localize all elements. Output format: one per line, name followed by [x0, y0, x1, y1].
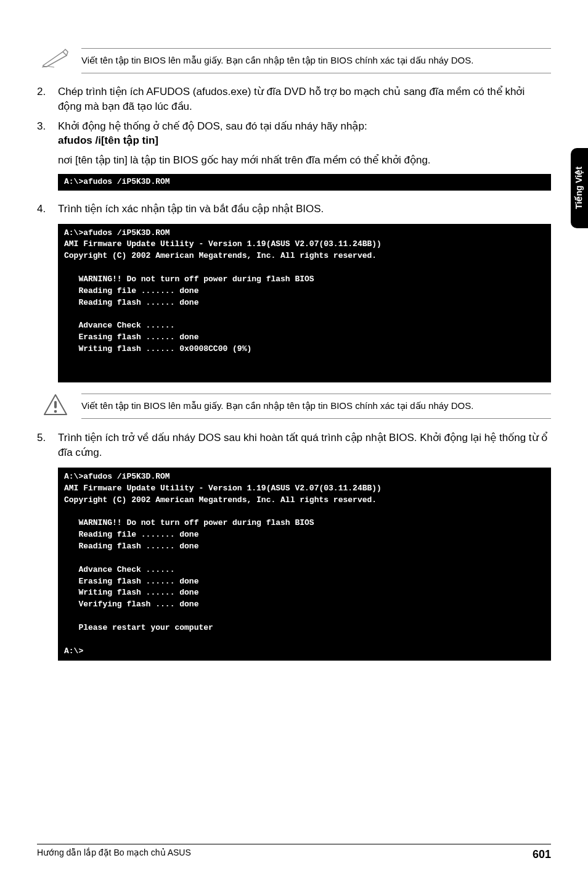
step-5-number: 5.: [37, 431, 58, 460]
warning-icon: [37, 394, 74, 420]
svg-rect-0: [54, 401, 57, 408]
step-4-number: 4.: [37, 202, 58, 217]
svg-point-1: [54, 410, 57, 413]
note-1: Viết tên tập tin BIOS lên mẫu giấy. Bạn …: [37, 48, 551, 73]
page-footer: Hướng dẫn lắp đặt Bo mạch chủ ASUS 601: [37, 844, 551, 862]
note-2: Viết tên tập tin BIOS lên mẫu giấy. Bạn …: [37, 394, 551, 420]
step-3-command: afudos /i[tên tập tin]: [58, 134, 158, 146]
step-2-number: 2.: [37, 85, 58, 114]
pencil-icon: [37, 48, 74, 72]
step-2-text: Chép trình tiện ích AFUDOS (afudos.exe) …: [58, 85, 551, 114]
language-tab: Tiếng Việt: [571, 148, 588, 228]
terminal-output-1: A:\>afudos /iP5K3D.ROM: [58, 174, 551, 191]
step-2: 2. Chép trình tiện ích AFUDOS (afudos.ex…: [37, 85, 551, 114]
step-3: 3. Khởi động hệ thống ở chế độ DOS, sau …: [37, 119, 551, 149]
step-5: 5. Trình tiện ích trở về dấu nháy DOS sa…: [37, 431, 551, 460]
terminal-output-3: A:\>afudos /iP5K3D.ROM AMI Firmware Upda…: [58, 468, 551, 661]
step-4-text: Trình tiện ích xác nhận tập tin và bắt đ…: [58, 202, 551, 217]
page-number: 601: [533, 847, 551, 862]
footer-title: Hướng dẫn lắp đặt Bo mạch chủ ASUS: [37, 847, 191, 862]
step-3-number: 3.: [37, 119, 58, 149]
step-5-text: Trình tiện ích trở về dấu nháy DOS sau k…: [58, 431, 551, 460]
step-3-body: Khởi động hệ thống ở chế độ DOS, sau đó …: [58, 119, 551, 149]
note-1-text: Viết tên tập tin BIOS lên mẫu giấy. Bạn …: [81, 48, 551, 73]
step-3-after: nơi [tên tập tin] là tập tin BIOS gốc ha…: [58, 153, 551, 168]
step-4: 4. Trình tiện ích xác nhận tập tin và bắ…: [37, 202, 551, 217]
step-3-line1: Khởi động hệ thống ở chế độ DOS, sau đó …: [58, 120, 367, 132]
note-2-text: Viết tên tập tin BIOS lên mẫu giấy. Bạn …: [81, 394, 551, 419]
terminal-output-2: A:\>afudos /iP5K3D.ROM AMI Firmware Upda…: [58, 224, 551, 382]
